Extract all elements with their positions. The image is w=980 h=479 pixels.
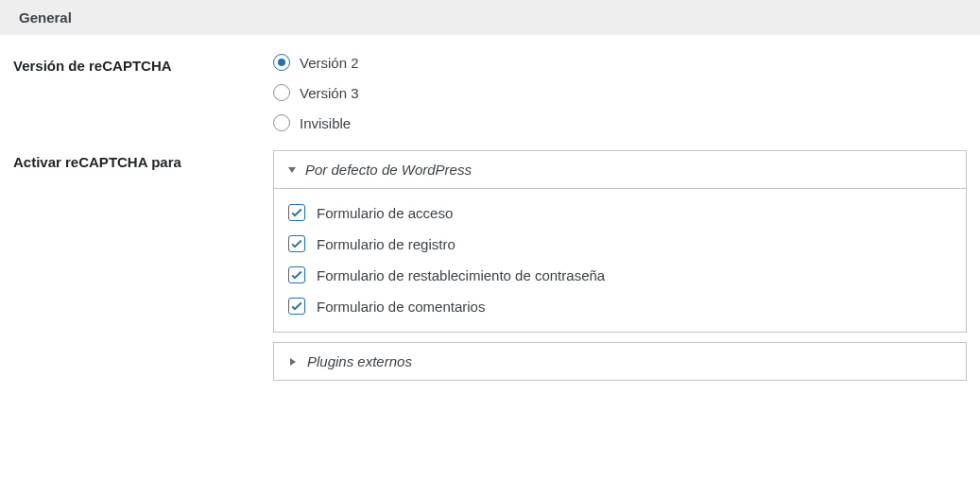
checkbox-label: Formulario de comentarios [317, 299, 485, 315]
checkbox-label: Formulario de acceso [317, 205, 453, 221]
radio-dot-icon [278, 59, 285, 66]
field-recaptcha-version: Versión 2 Versión 3 Invisible [273, 54, 980, 131]
row-recaptcha-version: Versión de reCAPTCHA Versión 2 Versión 3… [0, 35, 980, 131]
checkbox-label: Formulario de registro [317, 236, 456, 252]
radio-icon [273, 84, 290, 101]
label-enable-recaptcha: Activar reCAPTCHA para [13, 150, 273, 170]
settings-form: Versión de reCAPTCHA Versión 2 Versión 3… [0, 35, 980, 390]
radio-label: Versión 2 [300, 55, 359, 71]
label-recaptcha-version: Versión de reCAPTCHA [13, 54, 273, 74]
accordion-body-wp-default: Formulario de acceso Formulario de regis… [274, 189, 966, 332]
radio-version-2[interactable]: Versión 2 [273, 54, 967, 71]
checkbox-register-form[interactable]: Formulario de registro [288, 235, 952, 252]
accordion-header-external-plugins[interactable]: Plugins externos [274, 343, 966, 380]
radio-icon [273, 54, 290, 71]
section-title: General [19, 9, 72, 26]
field-enable-recaptcha: Por defecto de WordPress Formulario de a… [273, 150, 980, 390]
check-icon [290, 237, 303, 250]
checkbox-login-form[interactable]: Formulario de acceso [288, 204, 952, 221]
row-enable-recaptcha: Activar reCAPTCHA para Por defecto de Wo… [0, 131, 980, 390]
accordion-title: Plugins externos [307, 353, 412, 369]
section-header: General [0, 0, 980, 35]
checkbox-icon [288, 204, 305, 221]
checkbox-label: Formulario de restablecimiento de contra… [317, 267, 605, 283]
radio-version-invisible[interactable]: Invisible [273, 114, 967, 131]
check-icon [290, 299, 303, 313]
checkbox-icon [288, 235, 305, 252]
accordion-title: Por defecto de WordPress [305, 162, 472, 178]
check-icon [290, 206, 303, 219]
chevron-right-icon [290, 358, 296, 366]
checkbox-icon [288, 266, 305, 283]
check-icon [290, 268, 303, 282]
radio-label: Invisible [300, 115, 351, 131]
radio-version-3[interactable]: Versión 3 [273, 84, 967, 101]
radio-group-version: Versión 2 Versión 3 Invisible [273, 54, 967, 131]
checkbox-comments-form[interactable]: Formulario de comentarios [288, 298, 952, 315]
accordion-wp-default: Por defecto de WordPress Formulario de a… [273, 150, 967, 333]
checkbox-icon [288, 298, 305, 315]
accordion-external-plugins: Plugins externos [273, 342, 967, 381]
radio-label: Versión 3 [300, 85, 359, 101]
chevron-down-icon [288, 167, 296, 173]
accordion-header-wp-default[interactable]: Por defecto de WordPress [274, 151, 966, 189]
checkbox-reset-form[interactable]: Formulario de restablecimiento de contra… [288, 266, 952, 283]
radio-icon [273, 114, 290, 131]
